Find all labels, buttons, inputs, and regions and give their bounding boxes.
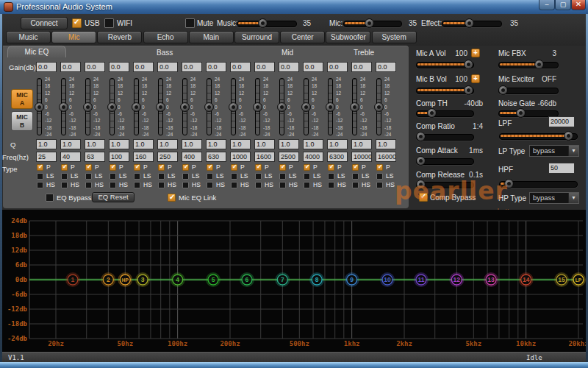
mic-exciter-slider-knob[interactable]: [498, 85, 508, 95]
type-ls-checkbox[interactable]: [328, 173, 334, 180]
hpf-input[interactable]: 50: [548, 163, 575, 174]
noise-gate-slider-knob[interactable]: [516, 108, 526, 118]
mic-a-vol-add-button[interactable]: +: [471, 49, 480, 57]
type-ls-checkbox[interactable]: [110, 173, 116, 180]
freq-input[interactable]: 160: [133, 152, 154, 162]
q-input[interactable]: 1.0: [36, 139, 57, 149]
gain-slider-knob[interactable]: [35, 102, 44, 112]
usb-checkbox[interactable]: [72, 18, 82, 28]
gain-slider[interactable]: 24181260-6-12-18-24: [85, 77, 105, 137]
tab-center[interactable]: Center: [280, 31, 325, 43]
type-ls-checkbox[interactable]: [134, 173, 140, 180]
gain-slider[interactable]: 24181260-6-12-18-24: [376, 77, 396, 137]
gain-slider-knob[interactable]: [156, 102, 165, 112]
type-hs-checkbox[interactable]: [110, 182, 116, 188]
type-ls-checkbox[interactable]: [231, 173, 237, 180]
tab-reverb[interactable]: Reverb: [97, 31, 142, 43]
type-p-checkbox[interactable]: [304, 164, 310, 171]
gain-slider-knob[interactable]: [204, 102, 214, 112]
mic-eq-link-checkbox[interactable]: [168, 194, 176, 202]
mic-a-button[interactable]: MIC A: [11, 89, 33, 109]
lpf-input[interactable]: 20000: [548, 116, 575, 127]
q-input[interactable]: 1.0: [376, 139, 396, 149]
q-input[interactable]: 1.0: [182, 139, 202, 149]
type-hs-checkbox[interactable]: [352, 182, 359, 188]
tab-music[interactable]: Music: [6, 31, 51, 43]
q-input[interactable]: 1.0: [133, 139, 154, 149]
type-hs-checkbox[interactable]: [255, 182, 262, 188]
type-ls-checkbox[interactable]: [376, 173, 383, 180]
freq-input[interactable]: 100: [109, 152, 129, 162]
q-input[interactable]: 1.0: [109, 139, 129, 149]
type-ls-checkbox[interactable]: [37, 173, 43, 180]
freq-input[interactable]: 250: [157, 152, 178, 162]
gain-input[interactable]: 0.0: [230, 62, 251, 72]
freq-input[interactable]: 2500: [279, 152, 299, 162]
q-input[interactable]: 1.0: [85, 139, 105, 149]
freq-input[interactable]: 630: [206, 152, 226, 162]
gain-input[interactable]: 0.0: [133, 62, 154, 72]
gain-slider-knob[interactable]: [180, 102, 190, 112]
type-hs-checkbox[interactable]: [85, 182, 92, 188]
type-ls-checkbox[interactable]: [207, 173, 213, 180]
gain-slider[interactable]: 24181260-6-12-18-24: [157, 77, 178, 137]
gain-slider-knob[interactable]: [59, 102, 68, 112]
type-hs-checkbox[interactable]: [61, 182, 68, 188]
freq-input[interactable]: 63: [85, 152, 105, 162]
comp-release-slider-knob[interactable]: [416, 180, 426, 189]
tab-echo[interactable]: Echo: [143, 31, 188, 43]
type-hs-checkbox[interactable]: [37, 182, 43, 188]
comp-release-slider[interactable]: [416, 182, 474, 188]
freq-input[interactable]: 1600: [254, 152, 275, 162]
lpf-slider[interactable]: [499, 133, 578, 140]
hp-type-dropdown-arrow-icon[interactable]: ▼: [568, 193, 578, 203]
type-p-checkbox[interactable]: [110, 164, 116, 171]
freq-input[interactable]: 400: [182, 152, 202, 162]
type-p-checkbox[interactable]: [376, 164, 383, 171]
comp-ratio-slider-knob[interactable]: [416, 132, 426, 141]
freq-input[interactable]: 4000: [303, 152, 323, 162]
comp-attack-slider[interactable]: [416, 158, 474, 165]
comp-th-slider-knob[interactable]: [427, 108, 437, 118]
hpf-slider[interactable]: [499, 181, 578, 188]
tab-surround[interactable]: Surround: [234, 31, 279, 43]
gain-slider[interactable]: 24181260-6-12-18-24: [254, 77, 275, 137]
gain-slider[interactable]: 24181260-6-12-18-24: [279, 77, 299, 137]
type-p-checkbox[interactable]: [279, 164, 286, 171]
maximize-button[interactable]: ▢: [555, 0, 571, 10]
freq-input[interactable]: 10000: [351, 152, 372, 162]
type-p-checkbox[interactable]: [134, 164, 140, 171]
gain-slider-knob[interactable]: [326, 102, 335, 112]
type-ls-checkbox[interactable]: [304, 173, 310, 180]
type-p-checkbox[interactable]: [37, 164, 43, 171]
connect-button[interactable]: Connect: [21, 17, 68, 29]
gain-slider-knob[interactable]: [229, 102, 238, 112]
comp-attack-slider-knob[interactable]: [416, 156, 426, 166]
gain-slider-knob[interactable]: [132, 102, 141, 112]
mute-checkbox[interactable]: [185, 18, 195, 28]
type-p-checkbox[interactable]: [207, 164, 213, 171]
q-input[interactable]: 1.0: [230, 139, 251, 149]
type-hs-checkbox[interactable]: [158, 182, 165, 188]
gain-input[interactable]: 0.0: [182, 62, 202, 72]
type-p-checkbox[interactable]: [158, 164, 165, 171]
gain-slider[interactable]: 24181260-6-12-18-24: [230, 77, 251, 137]
comp-th-slider[interactable]: [416, 110, 474, 117]
lpf-slider-knob[interactable]: [564, 131, 573, 141]
mic-a-vol-slider[interactable]: [416, 62, 474, 68]
type-hs-checkbox[interactable]: [134, 182, 140, 188]
type-hs-checkbox[interactable]: [279, 182, 286, 188]
lp-type-dropdown[interactable]: bypass▼: [529, 145, 579, 157]
gain-slider[interactable]: 24181260-6-12-18-24: [109, 77, 129, 137]
comp-ratio-slider[interactable]: [416, 134, 474, 141]
freq-input[interactable]: 25: [36, 152, 57, 162]
gain-input[interactable]: 0.0: [351, 62, 372, 72]
music-master-slider[interactable]: [237, 21, 297, 27]
type-p-checkbox[interactable]: [352, 164, 359, 171]
type-hs-checkbox[interactable]: [182, 182, 189, 188]
gain-input[interactable]: 0.0: [279, 62, 299, 72]
type-hs-checkbox[interactable]: [207, 182, 213, 188]
q-input[interactable]: 1.0: [157, 139, 178, 149]
tab-subwoofer[interactable]: Subwoofer: [326, 31, 370, 43]
hp-type-dropdown[interactable]: bypass▼: [529, 192, 579, 204]
